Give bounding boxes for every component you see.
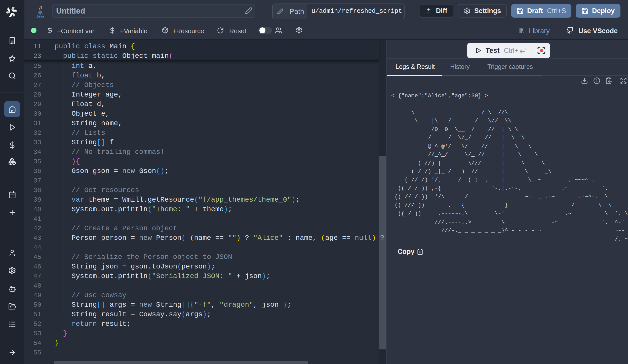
svg-text:Java: Java xyxy=(36,14,44,18)
